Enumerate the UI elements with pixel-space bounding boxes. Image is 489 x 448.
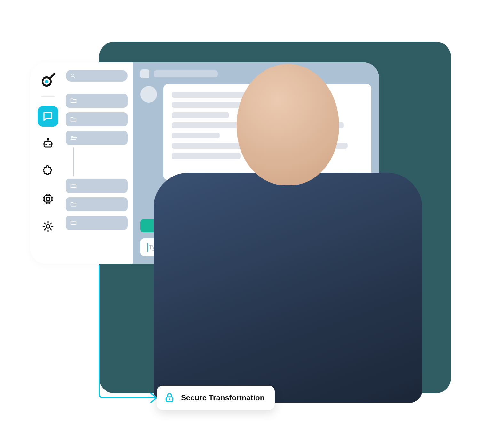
text-placeholder <box>172 102 302 108</box>
app-window: Type "@" t <box>30 62 379 264</box>
person-caption: Craig Wiltshire Chief Executive Officer <box>281 413 359 434</box>
svg-point-25 <box>71 74 74 77</box>
composer-placeholder: Type "@" t <box>149 244 179 251</box>
action-button-3[interactable] <box>297 219 371 232</box>
person-title: Chief Executive Officer <box>281 425 359 434</box>
text-placeholder <box>172 122 344 128</box>
svg-rect-3 <box>44 142 51 147</box>
text-placeholder <box>172 143 348 149</box>
lock-icon <box>164 392 175 404</box>
action-button-2[interactable] <box>219 219 293 232</box>
message-row <box>140 84 371 180</box>
main-panel: Type "@" t <box>133 62 379 264</box>
text-placeholder <box>172 112 229 118</box>
puzzle-icon <box>42 165 54 178</box>
action-row <box>140 219 371 232</box>
chip-icon <box>42 193 54 205</box>
svg-line-2 <box>50 74 54 78</box>
app-logo-icon <box>39 71 57 89</box>
nav-robot[interactable] <box>38 134 58 154</box>
svg-point-24 <box>46 225 50 228</box>
topbar-title-placeholder <box>154 70 218 77</box>
tree-branch <box>73 147 128 176</box>
svg-point-28 <box>169 398 170 400</box>
text-placeholder <box>172 153 241 159</box>
gear-icon <box>42 220 54 233</box>
folder-icon <box>70 116 77 123</box>
search-icon <box>70 73 76 79</box>
svg-rect-10 <box>45 196 51 202</box>
secure-transformation-pill[interactable]: Secure Transformation <box>157 386 275 410</box>
svg-point-5 <box>49 144 50 145</box>
folder-icon <box>70 219 77 226</box>
composer-input[interactable]: Type "@" t <box>140 238 371 256</box>
svg-point-1 <box>45 80 48 83</box>
folder-item[interactable] <box>66 94 128 108</box>
folder-icon <box>70 201 77 208</box>
divider <box>41 96 55 97</box>
action-button-1[interactable] <box>140 219 214 232</box>
topbar <box>140 69 371 78</box>
folder-item[interactable] <box>66 112 128 126</box>
nav-rail <box>30 62 66 264</box>
nav-settings[interactable] <box>38 216 58 237</box>
avatar <box>140 86 157 103</box>
folder-icon <box>70 182 77 189</box>
person-name: Craig Wiltshire <box>281 413 359 423</box>
nav-plugins[interactable] <box>38 161 58 182</box>
folder-open-icon <box>70 134 77 141</box>
message-card <box>163 84 371 180</box>
secure-pill-label: Secure Transformation <box>181 393 264 402</box>
topbar-app-icon <box>140 69 149 78</box>
nav-models[interactable] <box>38 189 58 209</box>
svg-point-7 <box>47 138 49 140</box>
folder-item[interactable] <box>66 197 128 211</box>
text-placeholder <box>172 133 220 138</box>
nav-chat[interactable] <box>38 106 58 127</box>
text-placeholder <box>172 92 252 98</box>
search-input[interactable] <box>66 70 128 82</box>
folder-item[interactable] <box>66 179 128 193</box>
svg-rect-11 <box>46 197 50 200</box>
folder-icon <box>70 97 77 104</box>
svg-line-26 <box>74 76 75 78</box>
folder-item-open[interactable] <box>66 131 128 145</box>
text-cursor <box>147 243 148 252</box>
folder-item[interactable] <box>66 216 128 230</box>
chat-icon <box>42 111 54 122</box>
sidebar <box>66 62 133 264</box>
svg-point-4 <box>45 144 47 145</box>
robot-icon <box>42 138 54 150</box>
